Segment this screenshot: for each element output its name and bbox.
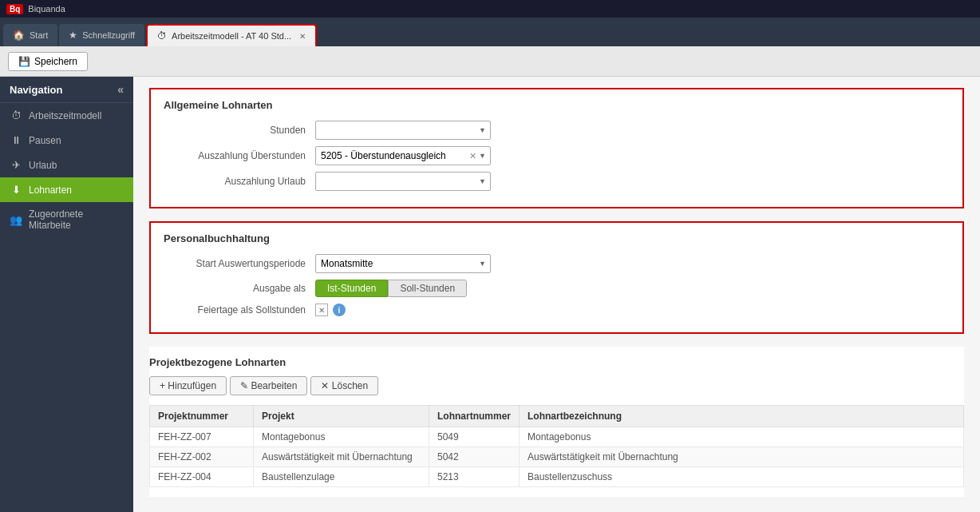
cell-lohnartnummer: 5049	[429, 427, 520, 447]
clock-icon: ⏱	[157, 30, 167, 42]
ausgabe-als-label: Ausgabe als	[164, 283, 315, 294]
start-auswertung-row: Start Auswertungsperiode Monatsmitte	[164, 254, 950, 273]
table-row[interactable]: FEH-ZZ-004 Baustellenzulage 5213 Baustel…	[150, 467, 964, 487]
auszahlung-urlaub-label: Auszahlung Urlaub	[164, 176, 315, 187]
stunden-select-wrapper	[315, 121, 491, 140]
cell-projekt: Baustellenzulage	[254, 467, 429, 487]
projekt-table: Projektnummer Projekt Lohnartnummer Lohn…	[149, 405, 964, 487]
auszahlung-ueberstunden-clear[interactable]: ✕	[469, 151, 476, 161]
tab-close-icon[interactable]: ✕	[299, 32, 306, 41]
header-lohnartnummer: Lohnartnummer	[429, 406, 520, 427]
sidebar: Navigation « ⏱ Arbeitszeitmodell ⏸ Pause…	[0, 77, 133, 512]
save-label: Speichern	[34, 56, 77, 67]
cell-lohnartbezeichnung: Montagebonus	[520, 427, 964, 447]
titlebar: Bq Biquanda	[0, 0, 980, 18]
cell-lohnartnummer: 5042	[429, 447, 520, 467]
clock-icon: ⏱	[10, 109, 22, 121]
stunden-select[interactable]	[315, 121, 491, 140]
delete-button[interactable]: ✕ Löschen	[310, 376, 378, 395]
sidebar-label-pausen: Pausen	[29, 135, 61, 146]
cell-lohnartbezeichnung: Baustellenzuschuss	[520, 467, 964, 487]
table-row[interactable]: FEH-ZZ-002 Auswärtstätigkeit mit Übernac…	[150, 447, 964, 467]
edit-button[interactable]: ✎ Bearbeiten	[230, 376, 307, 395]
sidebar-item-pausen[interactable]: ⏸ Pausen	[0, 128, 133, 153]
tab-home[interactable]: 🏠 Start	[3, 24, 57, 46]
toggle-soll-stunden[interactable]: Soll-Stunden	[388, 280, 467, 297]
cell-lohnartnummer: 5213	[429, 467, 520, 487]
sidebar-label-arbeitszeitmodell: Arbeitszeitmodell	[29, 110, 101, 121]
sidebar-label-zugeordnete: Zugeordnete Mitarbeite	[29, 208, 124, 231]
projektbezogene-title: Projektbezogene Lohnarten	[149, 356, 964, 376]
tab-schnellzugriff[interactable]: ★ Schnellzugriff	[59, 24, 144, 46]
cell-projektnummer: FEH-ZZ-002	[150, 447, 254, 467]
sidebar-item-lohnarten[interactable]: ⬇ Lohnarten	[0, 177, 133, 202]
pause-icon: ⏸	[10, 134, 22, 146]
table-header: Projektnummer Projekt Lohnartnummer Lohn…	[150, 406, 964, 427]
app-title: Biquanda	[28, 4, 65, 14]
table-body: FEH-ZZ-007 Montagebonus 5049 Montagebonu…	[150, 427, 964, 487]
feiertage-info-icon[interactable]: i	[333, 304, 346, 316]
sidebar-item-zugeordnete[interactable]: 👥 Zugeordnete Mitarbeite	[0, 202, 133, 237]
auszahlung-ueberstunden-wrapper: 5205 - Überstundenausgleich ✕	[315, 146, 491, 165]
header-projektnummer: Projektnummer	[150, 406, 254, 427]
home-icon: 🏠	[13, 30, 25, 41]
toggle-ist-stunden[interactable]: Ist-Stunden	[315, 280, 388, 297]
cell-projektnummer: FEH-ZZ-007	[150, 427, 254, 447]
feiertage-row: Feiertage als Sollstunden ✕ i	[164, 304, 950, 316]
projektbezogene-section: Projektbezogene Lohnarten + Hinzufügen ✎…	[149, 347, 964, 497]
sidebar-header: Navigation «	[0, 77, 133, 103]
tab-arbeitszeitmodell[interactable]: ⏱ Arbeitszeitmodell - AT 40 Std... ✕	[146, 24, 317, 46]
sidebar-title: Navigation	[10, 84, 62, 96]
action-bar: + Hinzufügen ✎ Bearbeiten ✕ Löschen	[149, 376, 964, 395]
app-logo: Bq	[6, 4, 23, 14]
add-button[interactable]: + Hinzufügen	[149, 376, 227, 395]
allgemeine-lohnarten-section: Allgemeine Lohnarten Stunden Auszahlung …	[149, 88, 964, 208]
save-icon: 💾	[18, 56, 30, 67]
plane-icon: ✈	[10, 159, 22, 171]
sidebar-item-arbeitszeitmodell[interactable]: ⏱ Arbeitszeitmodell	[0, 103, 133, 128]
toolbar: 💾 Speichern	[0, 46, 980, 77]
tab-home-label: Start	[30, 30, 48, 40]
personalbuchhaltung-section: Personalbuchhaltung Start Auswertungsper…	[149, 221, 964, 334]
start-auswertung-wrapper: Monatsmitte	[315, 254, 491, 273]
table-row[interactable]: FEH-ZZ-007 Montagebonus 5049 Montagebonu…	[150, 427, 964, 447]
feiertage-label: Feiertage als Sollstunden	[164, 304, 315, 316]
ausgabe-als-toggle: Ist-Stunden Soll-Stunden	[315, 280, 467, 297]
auszahlung-urlaub-wrapper	[315, 172, 491, 191]
sidebar-collapse-button[interactable]: «	[117, 83, 124, 96]
download-icon: ⬇	[10, 184, 22, 196]
allgemeine-section-title: Allgemeine Lohnarten	[164, 99, 950, 111]
start-auswertung-select[interactable]: Monatsmitte	[315, 254, 491, 273]
tabbar: 🏠 Start ★ Schnellzugriff ⏱ Arbeitszeitmo…	[0, 18, 980, 46]
sidebar-item-urlaub[interactable]: ✈ Urlaub	[0, 153, 133, 177]
cell-projekt: Auswärtstätigkeit mit Übernachtung	[254, 447, 429, 467]
header-lohnartbezeichnung: Lohnartbezeichnung	[520, 406, 964, 427]
auszahlung-ueberstunden-label: Auszahlung Überstunden	[164, 150, 315, 161]
feiertage-checkbox[interactable]: ✕	[315, 304, 328, 316]
auszahlung-ueberstunden-select[interactable]: 5205 - Überstundenausgleich	[315, 146, 491, 165]
feiertage-controls: ✕ i	[315, 304, 346, 316]
sidebar-label-urlaub: Urlaub	[29, 160, 57, 171]
cell-projekt: Montagebonus	[254, 427, 429, 447]
auszahlung-ueberstunden-row: Auszahlung Überstunden 5205 - Überstunde…	[164, 146, 950, 165]
stunden-row: Stunden	[164, 121, 950, 140]
tab-schnell-label: Schnellzugriff	[82, 30, 135, 40]
users-icon: 👥	[10, 214, 22, 226]
cell-projektnummer: FEH-ZZ-004	[150, 467, 254, 487]
start-auswertung-label: Start Auswertungsperiode	[164, 258, 315, 269]
table-header-row: Projektnummer Projekt Lohnartnummer Lohn…	[150, 406, 964, 427]
main-layout: Navigation « ⏱ Arbeitszeitmodell ⏸ Pause…	[0, 77, 980, 512]
save-button[interactable]: 💾 Speichern	[8, 52, 88, 71]
sidebar-label-lohnarten: Lohnarten	[29, 185, 72, 196]
stunden-label: Stunden	[164, 125, 315, 136]
auszahlung-urlaub-select[interactable]	[315, 172, 491, 191]
content-area: Allgemeine Lohnarten Stunden Auszahlung …	[133, 77, 980, 512]
personalbuchhaltung-section-title: Personalbuchhaltung	[164, 232, 950, 244]
star-icon: ★	[69, 30, 77, 41]
cell-lohnartbezeichnung: Auswärtstätigkeit mit Übernachtung	[520, 447, 964, 467]
tab-arbeit-label: Arbeitszeitmodell - AT 40 Std...	[172, 31, 291, 41]
header-projekt: Projekt	[254, 406, 429, 427]
auszahlung-urlaub-row: Auszahlung Urlaub	[164, 172, 950, 191]
ausgabe-als-row: Ausgabe als Ist-Stunden Soll-Stunden	[164, 280, 950, 297]
